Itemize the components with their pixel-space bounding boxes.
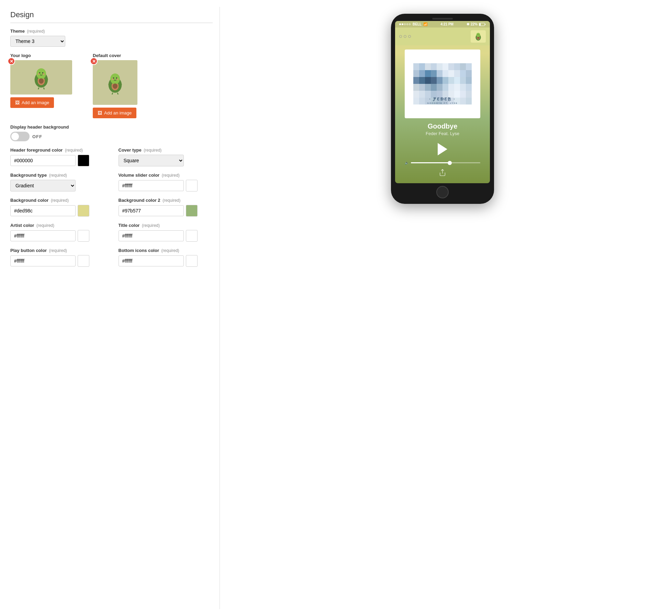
artist-title-color-row: Artist color (required) Title color (req…: [10, 223, 213, 242]
bg-color2-input[interactable]: [119, 205, 184, 216]
volume-color-swatch[interactable]: [186, 180, 198, 191]
svg-rect-70: [448, 84, 454, 91]
svg-rect-93: [466, 98, 472, 104]
bg-type-select[interactable]: Gradient Solid Image: [10, 180, 76, 191]
svg-rect-75: [419, 91, 425, 98]
volume-track[interactable]: [411, 162, 480, 163]
share-icon[interactable]: [439, 169, 446, 176]
svg-rect-55: [419, 77, 425, 84]
svg-rect-81: [454, 91, 460, 98]
bg-color2-label: Background color 2 (required): [119, 198, 213, 203]
svg-rect-61: [454, 77, 460, 84]
header-fg-label: Header foreground color (required): [10, 147, 105, 153]
signal-dot-3: [404, 23, 406, 25]
carrier-label: BELL: [413, 22, 422, 26]
bg-color2-swatch[interactable]: [186, 205, 198, 217]
svg-rect-80: [448, 91, 454, 98]
svg-rect-73: [466, 84, 472, 91]
theme-section: Theme (required) Theme 1 Theme 2 Theme 3…: [10, 29, 213, 47]
theme-label: Theme (required): [10, 29, 213, 34]
play-btn-color-swatch[interactable]: [78, 255, 89, 267]
volume-color-input[interactable]: [119, 180, 184, 191]
cover-type-select[interactable]: Square Circle Round: [119, 155, 184, 166]
bottom-icons-color-swatch[interactable]: [186, 255, 198, 267]
svg-line-11: [44, 88, 44, 89]
share-icon-row: [439, 169, 446, 176]
logo-preview: ✕: [10, 60, 72, 95]
svg-rect-59: [443, 77, 448, 84]
bottom-icons-color-group: Bottom icons color (required): [119, 248, 213, 267]
svg-rect-85: [419, 98, 425, 104]
svg-rect-36: [425, 63, 431, 70]
logo-add-image-button[interactable]: 🖼 Add an image: [10, 97, 54, 108]
cover-type-label: Cover type (required): [119, 147, 213, 153]
phone-status-bar: BELL 📶 4:21 PM ✱ 22%: [395, 21, 490, 28]
svg-point-14: [110, 74, 120, 85]
phone-home-button[interactable]: [436, 186, 449, 198]
svg-rect-38: [437, 63, 443, 70]
album-section: · ƑƐƉƐⱤ · GOODBYE FT. LYSE Goodbye Feder…: [395, 45, 490, 183]
image-icon: 🖼: [15, 100, 20, 105]
design-panel: Design Theme (required) Theme 1 Theme 2 …: [7, 7, 220, 609]
svg-rect-40: [448, 63, 454, 70]
play-button[interactable]: [435, 142, 450, 157]
svg-point-16: [113, 77, 114, 79]
artist-color-swatch[interactable]: [78, 230, 89, 242]
volume-handle[interactable]: [448, 161, 452, 165]
image-icon-2: 🖼: [98, 110, 102, 116]
theme-select[interactable]: Theme 1 Theme 2 Theme 3 Theme 4: [10, 36, 65, 47]
cover-add-image-button[interactable]: 🖼 Add an image: [93, 108, 136, 118]
title-color-swatch[interactable]: [186, 230, 198, 242]
bluetooth-icon: ✱: [467, 22, 469, 26]
header-bg-section: Display header background OFF: [10, 124, 213, 141]
header-fg-swatch[interactable]: [78, 155, 89, 166]
play-btn-color-input[interactable]: [10, 255, 76, 266]
svg-rect-39: [443, 63, 448, 70]
svg-point-19: [116, 78, 118, 80]
signal-dot-4: [406, 23, 408, 25]
title-color-input[interactable]: [119, 230, 184, 241]
play-triangle-icon: [438, 143, 447, 155]
svg-rect-48: [437, 70, 443, 77]
cover-remove-button[interactable]: ✕: [90, 57, 98, 65]
svg-point-31: [478, 34, 478, 35]
svg-rect-66: [425, 84, 431, 91]
app-avocado-icon: [473, 32, 483, 41]
signal-dot-5: [409, 23, 411, 25]
logo-cover-row: Your logo ✕: [10, 53, 213, 118]
cover-preview: ✕: [93, 60, 137, 105]
cover-avocado-image: [103, 70, 127, 95]
bg-color-swatch[interactable]: [78, 205, 89, 217]
album-art-image: · ƑƐƉƐⱤ · GOODBYE FT. LYSE: [413, 63, 472, 104]
header-dot-1: [399, 35, 402, 38]
svg-point-6: [38, 73, 40, 75]
svg-rect-92: [460, 98, 466, 104]
svg-rect-45: [419, 70, 425, 77]
app-logo: [471, 30, 486, 43]
svg-rect-41: [454, 63, 460, 70]
phone-speaker: [432, 18, 453, 20]
svg-point-18: [112, 78, 113, 80]
svg-rect-62: [460, 77, 466, 84]
logo-remove-button[interactable]: ✕: [8, 57, 15, 65]
cover-label: Default cover: [93, 53, 137, 58]
svg-rect-54: [413, 77, 419, 84]
bg-color-input[interactable]: [10, 205, 76, 216]
signal-dot-2: [402, 23, 403, 25]
header-bg-toggle[interactable]: [10, 132, 30, 141]
bg-color-label: Background color (required): [10, 198, 105, 203]
play-btn-color-group: Play button color (required): [10, 248, 105, 267]
header-fg-group: Header foreground color (required): [10, 147, 105, 166]
song-artist: Feder Feat. Lyse: [426, 131, 459, 136]
header-fg-input[interactable]: [10, 155, 76, 166]
bg-color2-group: Background color 2 (required): [119, 198, 213, 217]
svg-rect-79: [443, 91, 448, 98]
bottom-icons-color-input[interactable]: [119, 255, 184, 266]
svg-rect-60: [448, 77, 454, 84]
svg-rect-37: [431, 63, 437, 70]
artist-color-input[interactable]: [10, 230, 76, 241]
svg-point-29: [476, 33, 480, 37]
phone-preview-panel: BELL 📶 4:21 PM ✱ 22%: [220, 7, 665, 609]
svg-rect-63: [466, 77, 472, 84]
album-art: · ƑƐƉƐⱤ · GOODBYE FT. LYSE: [405, 50, 480, 118]
